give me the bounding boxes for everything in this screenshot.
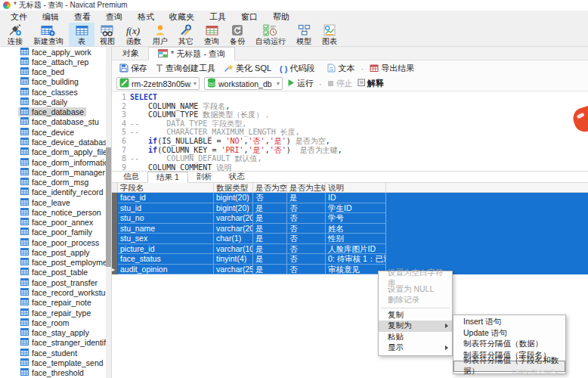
- table-cell[interactable]: 否: [287, 203, 326, 214]
- table-cell[interactable]: 否: [287, 234, 326, 244]
- database-select[interactable]: workstation_db ▾: [204, 77, 283, 90]
- table-cell[interactable]: 学号: [326, 213, 386, 224]
- table-cell[interactable]: 性别: [326, 234, 386, 244]
- table-cell[interactable]: 姓名: [326, 224, 386, 234]
- sql-code[interactable]: SELECT COLUMN_NAME 字段名, COLUMN_TYPE 数据类型…: [130, 93, 588, 171]
- sidebar-item-face_room[interactable]: face_room: [0, 318, 106, 327]
- connection-select[interactable]: rm-2zetn83n05wz7i ▾: [116, 77, 200, 90]
- beautify-sql-button[interactable]: 美化 SQL: [221, 63, 274, 74]
- table-cell[interactable]: 审核意见: [326, 265, 386, 275]
- sidebar-item-face_template_send[interactable]: face_template_send: [0, 358, 106, 367]
- table-cell[interactable]: 是: [253, 254, 287, 265]
- table-cell[interactable]: 否: [287, 224, 326, 234]
- toolbar-button-chart[interactable]: 图表: [317, 23, 342, 46]
- sidebar-item-face_threshold[interactable]: face_threshold: [0, 368, 106, 378]
- sidebar-item-face_dorm_msg[interactable]: face_dorm_msg: [0, 177, 106, 187]
- grid-column-header[interactable]: 是否为空: [253, 183, 287, 192]
- save-button[interactable]: 保存: [116, 63, 150, 74]
- sidebar-item-face_daily[interactable]: face_daily: [0, 97, 106, 107]
- sidebar-item-face_identify_record[interactable]: face_identify_record: [0, 187, 106, 197]
- table-cell[interactable]: stu_id: [118, 203, 214, 214]
- sidebar-item-face_post_transfer[interactable]: face_post_transfer: [0, 277, 106, 287]
- menubar-item[interactable]: 格式: [130, 11, 162, 23]
- sidebar-item-face_dorm_manager[interactable]: face_dorm_manager: [0, 167, 106, 177]
- sidebar-item-face_building[interactable]: face_building: [0, 77, 106, 87]
- sidebar-item-face_stranger_identify[interactable]: face_stranger_identify: [0, 338, 106, 348]
- table-cell[interactable]: 是: [253, 213, 287, 224]
- table-cell[interactable]: varchar(100): [214, 244, 253, 255]
- sidebar-item-face_repair_type[interactable]: face_repair_type: [0, 308, 106, 318]
- sidebar-item-face_post_apply[interactable]: face_post_apply: [0, 247, 106, 257]
- table-cell[interactable]: 是: [253, 234, 287, 244]
- table-row[interactable]: stu_novarchar(20)是否学号: [112, 213, 588, 224]
- table-cell[interactable]: varchar(20): [214, 213, 253, 224]
- submenu-item[interactable]: Update 语句: [453, 328, 565, 339]
- toolbar-button-view[interactable]: 视图: [94, 23, 120, 46]
- sidebar-item-face_stay_apply[interactable]: face_stay_apply: [0, 327, 106, 337]
- menubar-item[interactable]: 收藏夹: [162, 11, 202, 23]
- toolbar-button-model[interactable]: 模型: [291, 23, 317, 46]
- text-view-button[interactable]: 文本: [324, 63, 357, 74]
- sidebar-item-face_device_database[interactable]: face_device_database: [0, 137, 106, 147]
- menubar-item[interactable]: 帮助: [265, 11, 297, 23]
- menubar-item[interactable]: 工具: [202, 11, 234, 23]
- table-cell[interactable]: 人脸库图片ID: [326, 244, 386, 255]
- submenu-item[interactable]: 制表符分隔值（数据）: [453, 339, 565, 350]
- table-cell[interactable]: 是: [253, 224, 287, 234]
- table-row[interactable]: stu_idbigint(20)是否学生ID: [112, 203, 588, 214]
- sidebar-item-face_classes[interactable]: face_classes: [0, 87, 106, 97]
- table-cell[interactable]: audit_opinion: [118, 265, 214, 275]
- sidebar-item-face_notice_person[interactable]: face_notice_person: [0, 207, 106, 217]
- sidebar-item-face_post_table[interactable]: face_post_table: [0, 268, 106, 277]
- run-button[interactable]: 运行: [287, 78, 314, 89]
- sidebar-item-face_poor_process[interactable]: face_poor_process: [0, 237, 106, 247]
- result-tab[interactable]: 状态: [221, 172, 253, 182]
- toolbar-button-user[interactable]: 用户: [147, 23, 173, 46]
- submenu-item[interactable]: Insert 语句: [453, 317, 565, 328]
- table-row[interactable]: face_idbigint(20)否是ID: [112, 193, 588, 203]
- toolbar-button-backup[interactable]: 备份: [224, 23, 250, 46]
- toolbar-button-new-query[interactable]: 新建查询: [28, 23, 69, 46]
- menubar-item[interactable]: 文件: [3, 11, 35, 23]
- sidebar-item-face_dorm_apply_file[interactable]: face_dorm_apply_file: [0, 147, 106, 157]
- table-cell[interactable]: 学生ID: [326, 203, 386, 214]
- table-cell[interactable]: bigint(20): [214, 203, 253, 214]
- table-cell[interactable]: face_id: [118, 193, 214, 203]
- context-menu-item[interactable]: 复制为: [379, 321, 452, 332]
- table-cell[interactable]: varchar(255): [214, 265, 253, 275]
- table-cell[interactable]: 0: 待审核 1：已通过: [326, 254, 386, 265]
- sidebar-item-face_repair_note[interactable]: face_repair_note: [0, 298, 106, 308]
- sidebar-item-face_leave[interactable]: face_leave: [0, 197, 106, 207]
- result-tab[interactable]: 信息: [115, 172, 147, 182]
- table-cell[interactable]: 否: [287, 213, 326, 224]
- menubar-item[interactable]: 查询: [98, 11, 130, 23]
- table-row[interactable]: picture_idvarchar(100)是否人脸库图片ID: [112, 244, 588, 255]
- query-builder-button[interactable]: 查询创建工具: [153, 63, 218, 74]
- table-cell[interactable]: stu_no: [118, 213, 214, 224]
- table-cell[interactable]: picture_id: [118, 244, 214, 255]
- result-tab[interactable]: 结果 1: [147, 172, 188, 183]
- sidebar-scrollbar[interactable]: [106, 47, 111, 378]
- code-snippet-button[interactable]: ( ) 代码段: [277, 63, 317, 74]
- context-menu-item[interactable]: 复制: [379, 310, 452, 321]
- table-cell[interactable]: 否: [287, 265, 326, 275]
- sidebar-item-face_attach_rep[interactable]: face_attach_rep: [0, 57, 106, 67]
- table-cell[interactable]: 否: [253, 193, 287, 203]
- sidebar-item-face_bed[interactable]: face_bed: [0, 67, 106, 77]
- table-cell[interactable]: ID: [326, 193, 386, 203]
- grid-column-header[interactable]: 字段名: [118, 183, 214, 192]
- sidebar-item-face_database_stu[interactable]: face_database_stu: [0, 117, 106, 127]
- toolbar-button-automation[interactable]: 自动运行: [250, 23, 291, 46]
- context-menu-item[interactable]: 粘贴: [379, 332, 452, 343]
- table-cell[interactable]: face_status: [118, 254, 214, 265]
- sidebar-item-face_student[interactable]: face_student: [0, 348, 106, 358]
- grid-column-header[interactable]: 是否为主键: [287, 183, 326, 192]
- tab-objects[interactable]: 对象: [113, 47, 148, 60]
- table-cell[interactable]: 是: [287, 193, 326, 203]
- sidebar-item-face_device[interactable]: face_device: [0, 127, 106, 137]
- table-cell[interactable]: 否: [287, 254, 326, 265]
- table-cell[interactable]: stu_name: [118, 224, 214, 234]
- menubar-item[interactable]: 窗口: [234, 11, 265, 23]
- sidebar-item-face_record_workstudy[interactable]: face_record_workstudy: [0, 287, 106, 297]
- export-result-button[interactable]: 导出结果: [367, 63, 417, 74]
